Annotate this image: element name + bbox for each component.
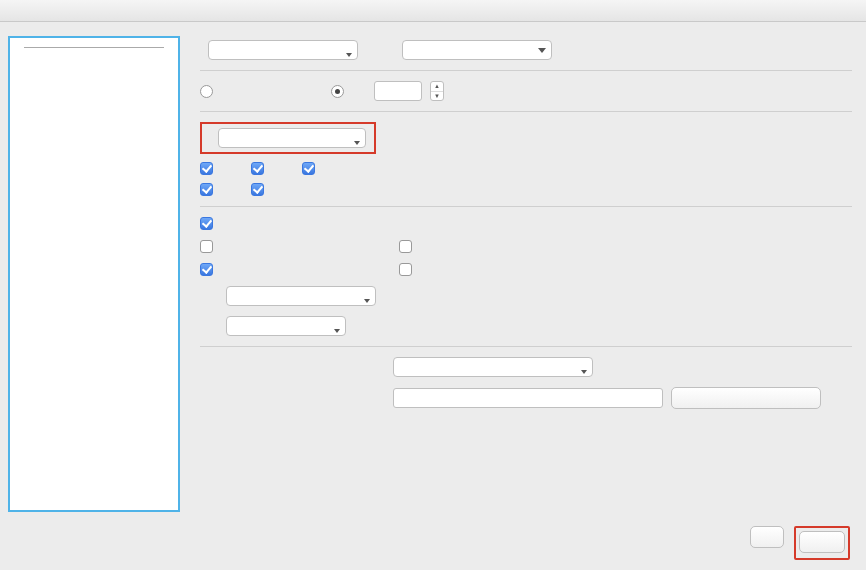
use-system-radio[interactable] (200, 85, 213, 98)
category-divider (24, 47, 164, 48)
browse-location-button[interactable] (671, 387, 821, 409)
custom-resolution-radio[interactable] (331, 85, 344, 98)
ok-highlight (794, 526, 850, 560)
xobject-targets-select[interactable] (393, 357, 593, 377)
custom-resolution-input[interactable] (374, 81, 422, 101)
always-show-size-checkbox[interactable] (399, 263, 412, 276)
smooth-line-art-checkbox[interactable] (200, 162, 213, 175)
title-bar (0, 0, 866, 22)
footer-buttons (750, 526, 850, 560)
use-logical-checkbox[interactable] (200, 263, 213, 276)
show-large-images-checkbox[interactable] (200, 217, 213, 230)
use-local-fonts-checkbox[interactable] (302, 162, 315, 175)
show-art-trim-checkbox[interactable] (200, 240, 213, 253)
colorspace-select[interactable] (226, 316, 346, 336)
page-layout-select[interactable] (208, 40, 358, 60)
preferences-window: ▲▼ (0, 0, 866, 570)
zoom-select[interactable] (402, 40, 552, 60)
smooth-text-select[interactable] (218, 128, 366, 148)
cancel-button[interactable] (750, 526, 784, 548)
enhance-thin-lines-checkbox[interactable] (200, 183, 213, 196)
main-panel: ▲▼ (186, 22, 866, 532)
use-page-cache-checkbox[interactable] (251, 183, 264, 196)
categories-list[interactable] (8, 36, 180, 512)
smooth-text-highlight (200, 122, 376, 154)
ok-button[interactable] (799, 531, 845, 553)
referenced-files-input[interactable] (393, 388, 663, 408)
show-transparency-checkbox[interactable] (399, 240, 412, 253)
overprint-select[interactable] (226, 286, 376, 306)
smooth-images-checkbox[interactable] (251, 162, 264, 175)
sidebar (0, 22, 186, 532)
resolution-stepper[interactable]: ▲▼ (430, 81, 444, 101)
